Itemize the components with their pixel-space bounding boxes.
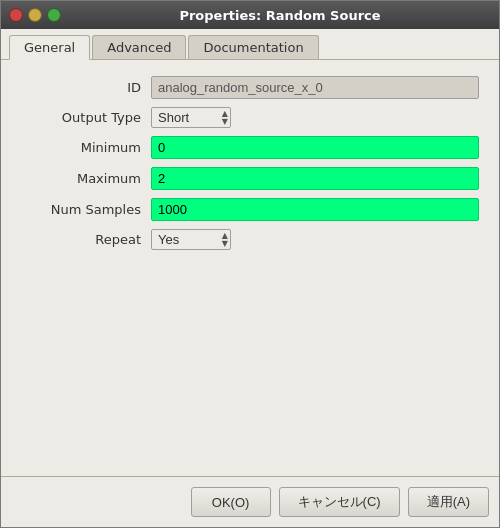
titlebar: Properties: Random Source <box>1 1 499 29</box>
ok-button[interactable]: OK(O) <box>191 487 271 517</box>
tab-general[interactable]: General <box>9 35 90 60</box>
num-samples-label: Num Samples <box>21 202 151 217</box>
maximize-button[interactable] <box>47 8 61 22</box>
output-type-select[interactable]: Short Int Float Complex <box>151 107 231 128</box>
cancel-button[interactable]: キャンセル(C) <box>279 487 400 517</box>
form-grid: ID Output Type Short Int Float Complex ▲… <box>21 76 479 250</box>
window: Properties: Random Source General Advanc… <box>0 0 500 528</box>
minimize-button[interactable] <box>28 8 42 22</box>
output-type-wrapper: Short Int Float Complex ▲ ▼ <box>151 107 231 128</box>
num-samples-input[interactable] <box>151 198 479 221</box>
id-input[interactable] <box>151 76 479 99</box>
footer: OK(O) キャンセル(C) 適用(A) <box>1 476 499 527</box>
window-title: Properties: Random Source <box>69 8 491 23</box>
apply-button[interactable]: 適用(A) <box>408 487 489 517</box>
maximum-label: Maximum <box>21 171 151 186</box>
close-button[interactable] <box>9 8 23 22</box>
repeat-select[interactable]: Yes No <box>151 229 231 250</box>
repeat-label: Repeat <box>21 232 151 247</box>
id-label: ID <box>21 80 151 95</box>
tab-advanced[interactable]: Advanced <box>92 35 186 59</box>
repeat-wrapper: Yes No ▲ ▼ <box>151 229 231 250</box>
tabs-bar: General Advanced Documentation <box>1 29 499 60</box>
minimum-input[interactable] <box>151 136 479 159</box>
output-type-label: Output Type <box>21 110 151 125</box>
content-area: ID Output Type Short Int Float Complex ▲… <box>1 60 499 476</box>
maximum-input[interactable] <box>151 167 479 190</box>
tab-documentation[interactable]: Documentation <box>188 35 318 59</box>
minimum-label: Minimum <box>21 140 151 155</box>
titlebar-buttons <box>9 8 61 22</box>
